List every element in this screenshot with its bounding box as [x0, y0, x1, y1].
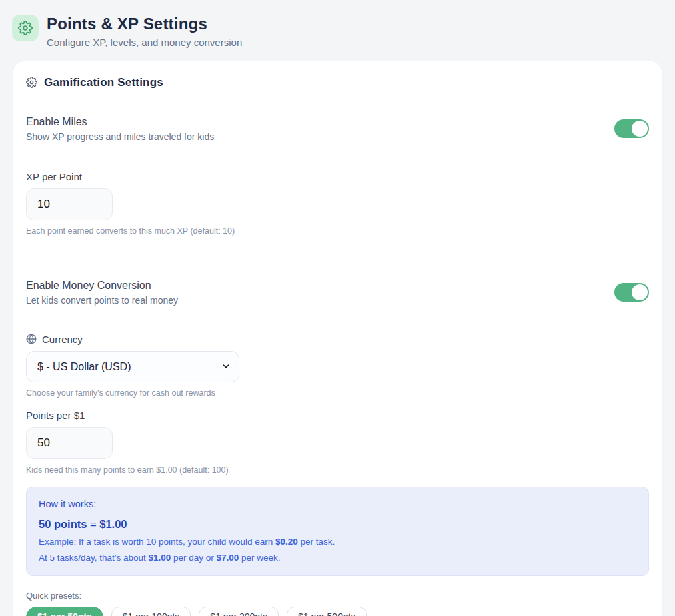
enable-money-row: Enable Money Conversion Let kids convert… [26, 280, 649, 306]
how-it-works-title: How it works: [39, 499, 636, 509]
currency-label-row: Currency [26, 334, 649, 345]
weekly-week-amount: $7.00 [217, 553, 239, 563]
enable-miles-toggle[interactable] [614, 119, 649, 138]
example-line: Example: If a task is worth 10 points, y… [39, 537, 636, 547]
currency-select-wrap: $ - US Dollar (USD) [26, 351, 239, 382]
xp-per-point-input[interactable] [26, 188, 113, 220]
section-divider [26, 258, 649, 258]
gear-icon [26, 77, 37, 88]
preset-1-per-100pts-button[interactable]: $1 per 100pts [111, 607, 191, 616]
currency-field: Currency $ - US Dollar (USD) Choose your… [26, 334, 649, 398]
weekly-day-amount: $1.00 [148, 553, 171, 563]
how-it-works-box: How it works: 50 points = $1.00 Example:… [26, 487, 649, 576]
xp-per-point-label: XP per Point [26, 171, 649, 182]
page-title: Points & XP Settings [47, 15, 242, 34]
points-per-dollar-label: Points per $1 [26, 410, 649, 421]
conversion-rate-line: 50 points = $1.00 [39, 518, 636, 531]
page-header: Points & XP Settings Configure XP, level… [0, 0, 675, 48]
page-header-text: Points & XP Settings Configure XP, level… [47, 15, 242, 48]
currency-label: Currency [42, 334, 83, 345]
enable-money-label: Enable Money Conversion [26, 280, 178, 292]
enable-miles-label: Enable Miles [26, 116, 214, 128]
enable-miles-text: Enable Miles Show XP progress and miles … [26, 116, 214, 142]
enable-miles-description: Show XP progress and miles traveled for … [26, 131, 214, 142]
section-header: Gamification Settings [26, 76, 649, 89]
currency-select[interactable]: $ - US Dollar (USD) [26, 351, 239, 382]
rate-points: 50 points [39, 518, 87, 530]
weekly-line: At 5 tasks/day, that's about $1.00 per d… [39, 553, 636, 563]
rate-amount: $1.00 [99, 518, 127, 530]
currency-helper: Choose your family's currency for cash o… [26, 388, 649, 398]
points-settings-badge [12, 15, 39, 41]
enable-money-text: Enable Money Conversion Let kids convert… [26, 280, 178, 306]
gear-icon [18, 21, 33, 35]
weekly-suffix: per week. [239, 553, 280, 563]
points-per-dollar-field: Points per $1 Kids need this many points… [26, 410, 649, 475]
weekly-mid: per day or [171, 553, 216, 563]
points-per-dollar-helper: Kids need this many points to earn $1.00… [26, 465, 649, 475]
enable-money-toggle[interactable] [614, 283, 649, 302]
xp-per-point-field: XP per Point Each point earned converts … [26, 171, 649, 236]
points-per-dollar-input[interactable] [26, 427, 113, 459]
page-subtitle: Configure XP, levels, and money conversi… [47, 37, 242, 48]
example-prefix: Example: If a task is worth 10 points, y… [39, 537, 275, 547]
example-suffix: per task. [298, 537, 335, 547]
preset-1-per-50pts-button[interactable]: $1 per 50pts [26, 607, 103, 616]
example-amount: $0.20 [275, 537, 298, 547]
quick-presets-label: Quick presets: [26, 591, 649, 601]
preset-1-per-500pts-button[interactable]: $1 per 500pts [287, 607, 367, 616]
rate-equals: = [87, 518, 99, 530]
quick-presets-row: $1 per 50pts $1 per 100pts $1 per 200pts… [26, 607, 649, 616]
toggle-knob [632, 284, 648, 300]
enable-miles-row: Enable Miles Show XP progress and miles … [26, 116, 649, 142]
xp-per-point-helper: Each point earned converts to this much … [26, 226, 649, 236]
preset-1-per-200pts-button[interactable]: $1 per 200pts [199, 607, 279, 616]
enable-money-description: Let kids convert points to real money [26, 295, 178, 306]
weekly-prefix: At 5 tasks/day, that's about [39, 553, 148, 563]
section-title: Gamification Settings [44, 76, 163, 89]
globe-icon [26, 334, 37, 344]
gamification-settings-card: Gamification Settings Enable Miles Show … [13, 61, 662, 616]
toggle-knob [632, 121, 648, 137]
